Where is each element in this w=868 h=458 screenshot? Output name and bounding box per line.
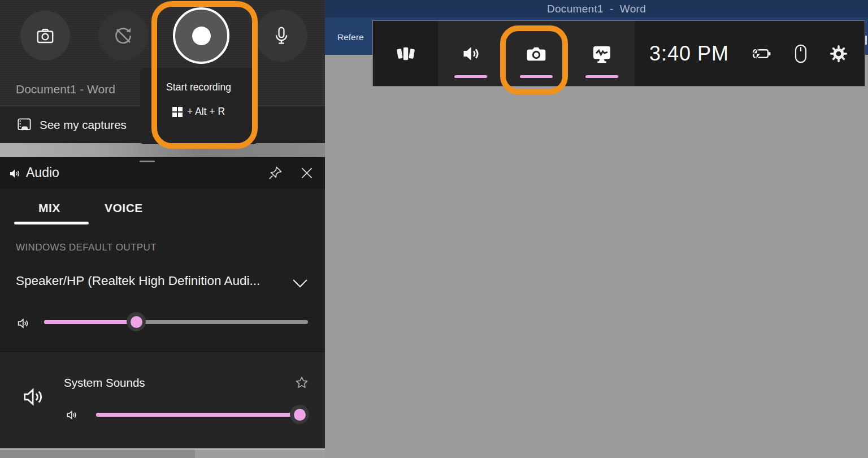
ribbon-tab-references[interactable]: Refere [337,32,364,42]
toolbar-middle-segment [438,21,635,86]
volume-low-icon [16,316,32,331]
output-section-label: WINDOWS DEFAULT OUTPUT [16,242,157,253]
game-bar-toolbar: 3:40 PM [372,20,865,87]
record-last-30s-disabled-button[interactable] [98,11,148,61]
tooltip-shortcut-text: + Alt + R [187,106,225,118]
start-recording-button[interactable] [173,7,229,64]
active-widget-underline [454,75,487,78]
close-widget-button[interactable] [298,165,315,182]
tab-mix[interactable]: MIX [38,201,60,215]
see-my-captures-label: See my captures [40,118,127,132]
start-recording-tooltip: Start recording + Alt + R [140,68,257,144]
audio-widget-toggle-button[interactable] [438,21,504,86]
capture-widget-toggle-button[interactable] [504,21,569,86]
audio-widget-title: Audio [26,165,59,180]
drag-handle[interactable] [140,161,155,162]
word-title: Document1 - Word [547,3,646,15]
record-that-off-icon [112,25,134,46]
thumb-dot [294,409,306,421]
toolbar-right-segment: 3:40 PM [635,21,865,86]
audio-widget: Audio MIX VOICE WINDOWS DEFAULT OUTPUT S… [0,157,325,450]
speaker-filled-icon [459,42,482,65]
microphone-icon [271,25,292,46]
system-sounds-card: System Sounds [0,352,325,448]
performance-monitor-icon [591,42,613,65]
active-tab-underline [14,222,89,224]
speaker-icon [8,167,21,180]
channel-volume-slider[interactable] [96,413,308,417]
take-screenshot-button[interactable] [20,11,70,61]
favorite-star-icon[interactable] [294,375,310,391]
widget-gap-band [0,143,325,157]
widget-menu-icon [394,42,418,66]
pin-widget-button[interactable] [267,165,284,182]
captures-gallery-icon [16,116,33,133]
tab-voice[interactable]: VOICE [105,201,143,215]
system-sounds-speaker-icon [20,384,46,410]
clock: 3:40 PM [649,42,729,66]
output-volume-fill [44,320,136,324]
channel-name: System Sounds [64,376,145,390]
microphone-toggle-button[interactable] [255,10,307,62]
audio-widget-header: Audio [0,157,325,189]
performance-widget-toggle-button[interactable] [569,21,635,86]
channel-volume-icon [65,408,80,422]
chevron-down-icon[interactable] [292,278,309,288]
gear-icon[interactable] [828,44,849,64]
camera-filled-icon [525,42,548,65]
record-dot-icon [192,27,211,45]
active-widget-underline [520,75,553,78]
screen: Document1 - Word Refere [0,0,868,458]
taskbar-strip-left [0,448,195,458]
active-widget-underline [585,75,618,78]
word-titlebar: Document1 - Word [325,0,868,18]
output-volume-slider[interactable] [44,320,308,324]
battery-charging-icon [749,44,773,63]
windows-logo-icon [172,107,183,117]
output-device-dropdown[interactable]: Speaker/HP (Realtek High Definition Audi… [16,274,260,288]
channel-volume-thumb[interactable] [290,405,309,424]
tooltip-title: Start recording [166,81,231,93]
channel-volume-fill [96,413,300,417]
camera-outline-icon [35,25,55,46]
mouse-icon[interactable] [793,44,808,64]
taskbar-strip-right [195,448,325,458]
output-volume-thumb[interactable] [127,312,146,331]
tooltip-shortcut: + Alt + R [172,106,225,118]
word-document-area [325,55,868,458]
thumb-dot [131,316,142,328]
widget-menu-button[interactable] [373,21,438,86]
captured-window-title: Document1 - Word [16,83,115,96]
